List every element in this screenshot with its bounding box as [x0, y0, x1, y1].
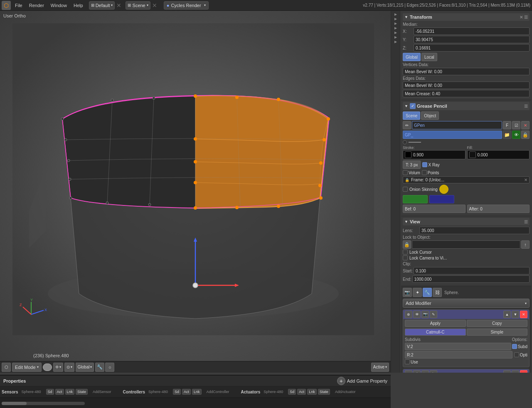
clip-end[interactable]: 1000.000 — [412, 275, 530, 283]
sensor-tag-act[interactable]: Act — [55, 389, 64, 395]
add-modifier-selector[interactable]: Add Modifier ▾ — [403, 299, 530, 308]
lock-object-field[interactable] — [412, 240, 520, 249]
transform-orientation[interactable]: Global ▾ — [76, 363, 94, 372]
mod-up-1[interactable]: ▲ — [503, 311, 511, 318]
mean-bevel-e[interactable]: Mean Bevel W: 0.00 — [403, 82, 530, 89]
mode-icon[interactable]: ⬡ — [2, 363, 11, 372]
checkbox-icon[interactable]: ☑ — [512, 121, 520, 129]
copy-btn-1[interactable]: Copy — [467, 320, 528, 327]
mod-icon-1[interactable]: ⊕ — [405, 311, 412, 318]
simple-btn[interactable]: Simple — [467, 329, 528, 336]
mod-close-1[interactable]: ✕ — [520, 311, 527, 318]
workspace-selector-1[interactable]: ⊞ Default ▾ — [89, 1, 115, 10]
wrench-icon[interactable]: 🔧 — [423, 288, 432, 297]
menu-window[interactable]: Window — [48, 2, 69, 9]
ctrl-tag-act[interactable]: Act — [182, 389, 191, 395]
add-game-property-btn[interactable]: + Add Game Property — [337, 377, 387, 385]
gpen-field[interactable]: GPen — [412, 121, 502, 129]
fill-color-swatch[interactable]: 0.000 — [467, 150, 530, 159]
r-field[interactable]: R:2 — [405, 351, 512, 359]
x-value[interactable]: -56.05231 — [414, 27, 530, 35]
mod-camera-1[interactable]: 📷 — [421, 311, 429, 318]
mod-icon-2[interactable]: ⊕ — [405, 370, 412, 373]
workspace-selector-2[interactable]: ⊞ Scene ▾ — [126, 1, 150, 10]
scene-btn[interactable]: Scene — [403, 111, 420, 120]
act-tag-sd[interactable]: Sd — [288, 389, 296, 395]
sensor-tag-lnk[interactable]: Lnk — [65, 389, 75, 395]
eye-icon[interactable]: 👁 — [512, 131, 520, 139]
act-tag-state[interactable]: State — [318, 389, 330, 395]
global-btn[interactable]: Global — [403, 53, 421, 61]
lock-object-icon[interactable]: 🔒 — [403, 240, 411, 249]
sensor-tag-sd[interactable]: Sd — [46, 389, 54, 395]
lock-object-browse[interactable]: ↑ — [521, 240, 530, 249]
mod-camera-2[interactable]: 📷 — [421, 370, 429, 373]
mod-close-2[interactable]: ✕ — [520, 370, 527, 373]
lens-value[interactable]: 35.000 — [419, 227, 530, 234]
folder-icon[interactable]: 📁 — [503, 131, 511, 139]
subd-checkbox[interactable]: Subd — [512, 344, 527, 349]
catmull-btn[interactable]: Catmull-C — [405, 329, 466, 336]
layer-field[interactable]: GP_ — [403, 131, 502, 139]
mod-eye-2[interactable]: 👁 — [413, 370, 421, 373]
mean-bevel-v[interactable]: Mean Bevel W: 0.00 — [403, 68, 530, 75]
sensor-tag-state[interactable]: State — [76, 389, 88, 395]
view-header[interactable]: ▼ View ☰ — [403, 218, 530, 225]
frame-box[interactable]: 🔒 Frame: 0 (Unloc... ✕ — [403, 176, 530, 183]
ctrl-tag-sd[interactable]: Sd — [173, 389, 181, 395]
onion-circle-btn[interactable] — [439, 185, 448, 194]
constraint-icon[interactable]: ⛓ — [433, 288, 442, 297]
mode-selector[interactable]: Edit Mode ▾ — [12, 363, 42, 372]
camera-icon[interactable]: 📷 — [403, 288, 412, 297]
menu-file[interactable]: File — [12, 2, 25, 9]
logic-scroll-bar[interactable] — [0, 398, 391, 408]
object-btn[interactable]: Object — [421, 111, 439, 120]
mod-eye-1[interactable]: 👁 — [413, 311, 421, 318]
render-engine-selector[interactable]: ● Cycles Render ▾ — [164, 1, 209, 10]
menu-help[interactable]: Help — [71, 2, 86, 9]
lock-camera-row[interactable]: Lock Camera to Vi... — [403, 255, 530, 260]
act-tag-lnk[interactable]: Lnk — [307, 389, 317, 395]
ctrl-tag-lnk[interactable]: Lnk — [192, 389, 202, 395]
lock-cursor-row[interactable]: Lock Cursor — [403, 250, 530, 255]
clip-start[interactable]: 0.100 — [414, 267, 530, 274]
onion-green-swatch[interactable] — [403, 195, 428, 203]
blender-icon[interactable]: ⬡ — [2, 1, 11, 10]
mod-edit-1[interactable]: ✎ — [430, 311, 437, 318]
volum-checkbox[interactable]: Volum — [403, 170, 420, 175]
aft-field[interactable]: After: 0 — [467, 205, 530, 213]
3d-viewport[interactable]: User Ortho — [0, 11, 391, 373]
thickness-btn[interactable]: T: 3 px — [403, 161, 421, 169]
local-btn[interactable]: Local — [421, 53, 437, 61]
bef-field[interactable]: Bef: 0 — [403, 205, 466, 213]
use-checkbox[interactable]: Use — [405, 359, 527, 364]
onion-blue-swatch[interactable] — [429, 195, 454, 203]
add-plus-icon[interactable]: + — [337, 377, 345, 385]
grease-pencil-header[interactable]: ▼ ✓ Grease Pencil ☰ — [403, 102, 530, 110]
y-value[interactable]: 30.90475 — [414, 36, 530, 43]
z-value[interactable]: 0.16691 — [414, 44, 530, 52]
small-dot-btn[interactable] — [403, 140, 407, 144]
mod-down-1[interactable]: ▼ — [512, 311, 519, 318]
mod-edit-2[interactable]: ✎ — [430, 370, 437, 373]
f-btn[interactable]: F — [503, 121, 511, 129]
act-tag-act[interactable]: Act — [297, 389, 306, 395]
mod-up-2[interactable]: ▲ — [503, 370, 511, 373]
transform-header[interactable]: ▼ Transform ✕ ☰ — [403, 13, 530, 21]
lock-icon[interactable]: 🔒 — [521, 131, 530, 139]
logic-scrollbar[interactable] — [2, 402, 85, 405]
mod-down-2[interactable]: ▼ — [512, 370, 519, 373]
active-selector[interactable]: Active ▾ — [371, 363, 389, 372]
onion-checkbox[interactable] — [403, 187, 408, 192]
proportional-edit-btn[interactable]: ○ — [105, 363, 114, 372]
points-checkbox[interactable]: Points — [422, 170, 439, 175]
viewport-shading-dot[interactable] — [43, 363, 52, 371]
mean-crease[interactable]: Mean Crease: 0.40 — [403, 90, 530, 97]
snap-btn[interactable]: 🔧 — [95, 363, 104, 372]
opti-checkbox[interactable]: Opti — [514, 351, 527, 359]
pencil-icon-btn[interactable]: ✏ — [403, 121, 411, 129]
stroke-color-swatch[interactable]: 0.900 — [403, 150, 466, 159]
apply-btn-1[interactable]: Apply — [405, 320, 466, 327]
menu-render[interactable]: Render — [27, 2, 47, 9]
transform-widget-btn[interactable]: ✛ ▾ — [53, 363, 63, 372]
